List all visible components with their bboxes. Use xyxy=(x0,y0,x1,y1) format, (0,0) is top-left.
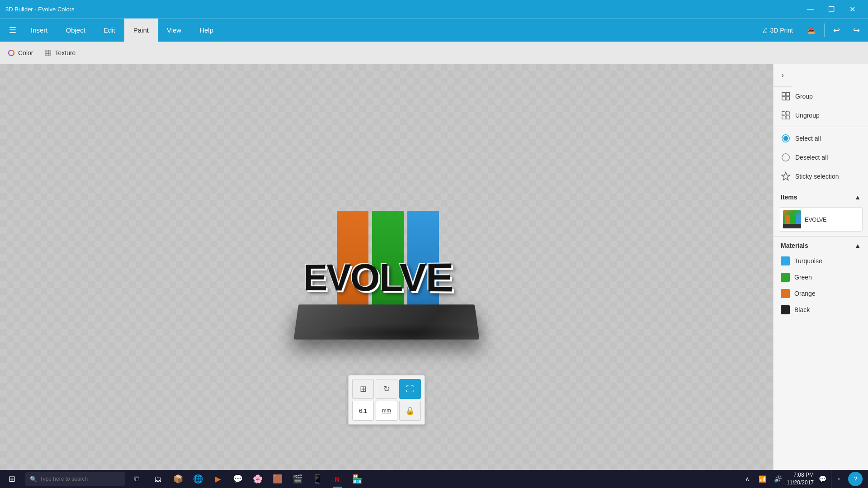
group-button[interactable]: Group xyxy=(774,87,868,106)
taskbar-phone[interactable]: 📱 xyxy=(307,470,327,488)
hamburger-menu[interactable]: ☰ xyxy=(4,19,22,42)
undo-button[interactable]: ↩ xyxy=(828,22,844,38)
green-swatch xyxy=(781,273,790,282)
taskbar-media[interactable]: ▶ xyxy=(208,470,228,488)
orange-label: Orange xyxy=(794,290,816,297)
sticky-selection-button[interactable]: Sticky selection xyxy=(774,167,868,186)
panel-divider-2 xyxy=(774,188,868,188)
item-name: EVOLVE xyxy=(805,216,826,223)
model-container: EVOLVE xyxy=(274,141,500,367)
deselect-all-icon xyxy=(781,152,791,162)
texture-label: Texture xyxy=(55,49,75,57)
orange-swatch xyxy=(781,289,790,298)
ungroup-icon xyxy=(781,110,791,120)
titlebar-controls: — ❐ ✕ xyxy=(800,0,863,18)
ungroup-button[interactable]: Ungroup xyxy=(774,106,868,125)
search-input[interactable] xyxy=(40,476,112,482)
svg-rect-11 xyxy=(786,112,789,115)
taskbar-minecraft[interactable]: 🟫 xyxy=(268,470,288,488)
menu-object[interactable]: Object xyxy=(57,19,94,42)
svg-rect-13 xyxy=(786,116,789,119)
panel-expand-button[interactable]: › xyxy=(774,64,792,87)
material-green[interactable]: Green xyxy=(774,269,868,285)
main-content: EVOLVE ⊞ ↻ ⛶ 6.1 mm 🔓 › xyxy=(0,64,868,470)
material-turquoise[interactable]: Turquoise xyxy=(774,253,868,269)
svg-rect-7 xyxy=(786,93,789,96)
svg-point-16 xyxy=(782,154,790,161)
material-orange[interactable]: Orange xyxy=(774,285,868,302)
svg-rect-1 xyxy=(45,50,51,56)
taskbar-explorer[interactable]: 🗂 xyxy=(148,470,168,488)
panel-divider-3 xyxy=(774,236,868,237)
menu-insert[interactable]: Insert xyxy=(22,19,57,42)
copy-widget-button[interactable]: ⊞ xyxy=(352,379,374,399)
print-button[interactable]: 🖨 3D Print xyxy=(756,24,798,37)
action-center-icon[interactable]: 💬 xyxy=(816,470,829,488)
taskbar-store[interactable]: 🏪 xyxy=(347,470,367,488)
start-button[interactable]: ⊞ xyxy=(0,470,24,488)
close-button[interactable]: ✕ xyxy=(842,0,863,18)
svg-rect-9 xyxy=(786,97,789,100)
color-label: Color xyxy=(18,49,33,57)
color-tool[interactable]: Color xyxy=(7,49,33,57)
black-label: Black xyxy=(794,306,810,313)
widget-lock[interactable]: 🔓 xyxy=(399,401,421,421)
minimize-button[interactable]: — xyxy=(800,0,821,18)
widget-unit[interactable]: mm xyxy=(376,401,397,421)
taskbar-amazon[interactable]: 📦 xyxy=(168,470,188,488)
evolve-text: EVOLVE xyxy=(303,254,453,301)
network-icon[interactable]: 📶 xyxy=(756,470,769,488)
undo-icon: ↩ xyxy=(833,25,840,35)
transform-widget: ⊞ ↻ ⛶ 6.1 mm 🔓 xyxy=(348,375,425,425)
rotate-widget-button[interactable]: ↻ xyxy=(376,379,397,399)
taskbar-video[interactable]: 🎬 xyxy=(288,470,307,488)
items-collapse-icon: ▲ xyxy=(854,194,861,201)
app-title: 3D Builder - Evolve Colors xyxy=(5,6,74,13)
material-black[interactable]: Black xyxy=(774,302,868,318)
redo-button[interactable]: ↪ xyxy=(848,22,864,38)
task-view-button[interactable]: ⧉ xyxy=(127,470,146,488)
svg-rect-12 xyxy=(782,116,785,119)
cortana-search[interactable]: 🔍 xyxy=(25,472,125,486)
menu-edit[interactable]: Edit xyxy=(94,19,124,42)
menubar-separator xyxy=(824,24,825,37)
maximize-button[interactable]: ❐ xyxy=(821,0,842,18)
widget-value: 6.1 xyxy=(352,401,374,421)
select-all-icon xyxy=(781,133,791,143)
turquoise-swatch xyxy=(781,256,790,265)
print-icon: 🖨 xyxy=(762,27,768,34)
panel-divider-1 xyxy=(774,127,868,127)
taskbar-apps: 🗂 📦 🌐 ▶ 💬 🌸 🟫 🎬 📱 N 🏪 xyxy=(148,470,367,488)
taskbar: ⊞ 🔍 ⧉ 🗂 📦 🌐 ▶ 💬 🌸 🟫 🎬 📱 N 🏪 ∧ 📶 🔊 7:08 P… xyxy=(0,470,868,488)
items-section-header[interactable]: Items ▲ xyxy=(774,190,868,204)
taskbar-pink[interactable]: 🌸 xyxy=(248,470,268,488)
menu-paint[interactable]: Paint xyxy=(124,19,158,42)
sticky-selection-icon xyxy=(781,171,791,181)
viewport[interactable]: EVOLVE ⊞ ↻ ⛶ 6.1 mm 🔓 xyxy=(0,64,773,470)
taskbar-netflix[interactable]: N xyxy=(327,470,347,488)
texture-tool[interactable]: Texture xyxy=(44,49,75,57)
redo-icon: ↪ xyxy=(853,25,860,35)
materials-section-header[interactable]: Materials ▲ xyxy=(774,238,868,253)
svg-rect-10 xyxy=(782,112,785,115)
share-button[interactable]: 📤 xyxy=(802,24,821,37)
menu-help[interactable]: Help xyxy=(190,19,222,42)
taskbar-discord[interactable]: 💬 xyxy=(228,470,248,488)
taskbar-chrome[interactable]: 🌐 xyxy=(188,470,208,488)
select-all-button[interactable]: Select all xyxy=(774,129,868,148)
widget-top-row: ⊞ ↻ ⛶ xyxy=(352,379,421,399)
help-button[interactable]: ? xyxy=(848,472,863,486)
item-evolve[interactable]: EVOLVE xyxy=(779,207,863,232)
notification-chevron[interactable]: ∧ xyxy=(741,470,754,488)
menubar-right: 🖨 3D Print 📤 ↩ ↪ xyxy=(756,22,864,38)
transform-widget-button[interactable]: ⛶ xyxy=(399,379,421,399)
turquoise-label: Turquoise xyxy=(794,257,822,265)
color-icon xyxy=(7,49,15,57)
right-panel: › Group Ungroup xyxy=(773,64,868,470)
deselect-all-button[interactable]: Deselect all xyxy=(774,148,868,167)
system-clock[interactable]: 7:08 PM 11/20/2017 xyxy=(787,471,814,487)
menu-view[interactable]: View xyxy=(158,19,190,42)
svg-rect-6 xyxy=(782,93,785,96)
show-desktop-button[interactable]: ▫ xyxy=(831,470,844,488)
volume-icon[interactable]: 🔊 xyxy=(771,470,785,488)
